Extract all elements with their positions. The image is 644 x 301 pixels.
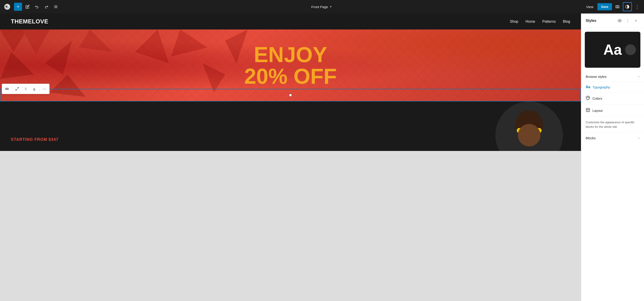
view-button[interactable]: View xyxy=(584,3,596,10)
svg-marker-11 xyxy=(171,29,207,56)
redo-button[interactable] xyxy=(42,3,50,11)
svg-rect-4 xyxy=(616,6,619,8)
person-illustration xyxy=(504,106,554,151)
svg-rect-18 xyxy=(6,88,7,90)
nav-patterns[interactable]: Patterns xyxy=(542,19,556,24)
svg-marker-17 xyxy=(50,74,86,97)
styles-toggle-container xyxy=(623,2,632,11)
block-tool-expand[interactable] xyxy=(13,85,21,93)
svg-line-20 xyxy=(17,87,18,89)
chevron-down-icon: ▼ xyxy=(330,5,332,8)
main-toolbar: + Front Page ▼ xyxy=(0,0,644,13)
svg-marker-13 xyxy=(0,52,34,79)
svg-point-31 xyxy=(588,97,589,98)
svg-marker-14 xyxy=(79,29,112,52)
main-layout: THEMELOVE Shop Home Patterns Blog xyxy=(0,13,644,301)
svg-point-23 xyxy=(26,88,26,88)
nav-shop[interactable]: Shop xyxy=(510,19,518,24)
nav-home[interactable]: Home xyxy=(526,19,535,24)
add-block-button[interactable]: + xyxy=(14,3,22,11)
blocks-label: Blocks xyxy=(586,136,596,140)
styles-toggle-button[interactable] xyxy=(623,3,632,11)
svg-point-30 xyxy=(588,97,588,97)
svg-point-22 xyxy=(25,88,26,88)
colors-label: Colors xyxy=(592,96,640,100)
wp-logo[interactable] xyxy=(3,2,12,11)
person-head xyxy=(518,124,540,146)
panel-description: Customize the appearance of specific blo… xyxy=(581,117,644,133)
svg-point-29 xyxy=(587,97,588,98)
plus-icon: + xyxy=(17,4,19,9)
svg-point-28 xyxy=(619,20,620,21)
dark-section: STARTING FROM $347 xyxy=(0,101,581,151)
style-preview-text: Aa xyxy=(604,41,622,58)
browse-styles-row[interactable]: Browse styles › xyxy=(581,71,644,82)
layout-row[interactable]: Layout xyxy=(581,105,644,117)
list-view-button[interactable] xyxy=(52,3,60,11)
nav-blog[interactable]: Blog xyxy=(563,19,570,24)
svg-marker-16 xyxy=(203,63,225,92)
more-options-icon: ⋮ xyxy=(635,4,640,9)
typography-row[interactable]: Aa Typography xyxy=(581,82,644,92)
block-tool-divider-1 xyxy=(12,86,12,92)
styles-panel: Styles ⋮ xyxy=(581,13,644,301)
svg-marker-8 xyxy=(0,29,27,52)
blocks-chevron: › xyxy=(638,136,640,140)
browse-styles-chevron: › xyxy=(638,74,640,78)
block-toolbar: ⋯ xyxy=(2,84,50,94)
more-options-button[interactable]: ⋮ xyxy=(633,3,641,11)
more-horiz-icon: ⋯ xyxy=(42,86,46,91)
block-tool-updown[interactable] xyxy=(30,85,38,93)
hero-section[interactable]: ENJOY 20% OFF xyxy=(0,29,581,101)
layout-label: Layout xyxy=(592,109,640,112)
svg-point-27 xyxy=(26,89,26,90)
canvas-area[interactable]: THEMELOVE Shop Home Patterns Blog xyxy=(0,13,581,301)
panel-header: Styles ⋮ xyxy=(581,13,644,28)
hero-text: ENJOY 20% OFF xyxy=(244,44,337,87)
dark-section-inner: STARTING FROM $347 xyxy=(0,133,69,146)
toolbar-center: Front Page ▼ xyxy=(61,3,582,10)
svg-point-24 xyxy=(25,89,26,89)
panel-more-button[interactable]: ⋮ xyxy=(624,17,632,24)
page-title-button[interactable]: Front Page ▼ xyxy=(308,3,334,10)
browse-styles-label: Browse styles xyxy=(586,75,606,78)
panel-more-icon: ⋮ xyxy=(626,18,630,23)
toolbar-right: View Save ⋮ xyxy=(584,2,641,11)
svg-point-25 xyxy=(26,89,26,89)
save-button[interactable]: Save xyxy=(598,3,612,10)
svg-line-21 xyxy=(16,89,17,90)
panel-title: Styles xyxy=(586,19,596,23)
resize-toggle-button[interactable] xyxy=(614,3,622,11)
block-tool-divider-2 xyxy=(39,86,40,92)
panel-header-icons: ⋮ xyxy=(616,17,640,24)
pen-tool-button[interactable] xyxy=(24,3,32,11)
svg-marker-10 xyxy=(45,41,72,74)
panel-close-button[interactable] xyxy=(632,17,640,24)
blocks-row[interactable]: Blocks › xyxy=(581,133,644,143)
page-title-label: Front Page xyxy=(311,5,328,9)
svg-point-26 xyxy=(25,89,26,90)
layout-icon xyxy=(586,108,590,113)
undo-button[interactable] xyxy=(33,3,41,11)
block-tool-more[interactable]: ⋯ xyxy=(40,85,48,93)
colors-row[interactable]: Colors xyxy=(581,92,644,105)
style-preview-circle xyxy=(625,44,636,55)
starting-from-text: STARTING FROM $347 xyxy=(11,137,58,142)
style-preview-card: Aa xyxy=(585,32,640,68)
hero-title: ENJOY 20% OFF xyxy=(244,44,337,87)
block-tool-drag[interactable] xyxy=(22,85,30,93)
site-logo: THEMELOVE xyxy=(11,18,48,25)
svg-marker-15 xyxy=(135,29,169,63)
site-header: THEMELOVE Shop Home Patterns Blog xyxy=(0,13,581,29)
colors-icon xyxy=(586,96,590,101)
typography-label: Typography xyxy=(592,85,640,89)
block-tool-group[interactable] xyxy=(3,85,11,93)
site-nav: Shop Home Patterns Blog xyxy=(510,19,570,24)
panel-eye-button[interactable] xyxy=(616,17,623,24)
typography-icon: Aa xyxy=(586,85,590,89)
svg-marker-9 xyxy=(22,29,50,54)
svg-rect-19 xyxy=(7,88,8,90)
